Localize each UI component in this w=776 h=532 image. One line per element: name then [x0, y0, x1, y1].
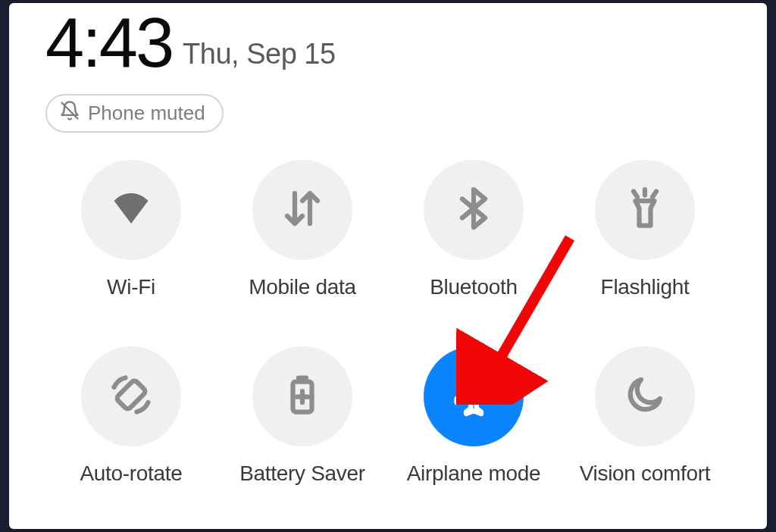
bell-muted-icon [59, 100, 80, 127]
airplane-icon [451, 372, 496, 421]
auto-rotate-icon [108, 372, 154, 421]
tile-label: Battery Saver [239, 462, 365, 486]
auto-rotate-toggle[interactable] [81, 346, 181, 446]
battery-saver-icon [280, 372, 325, 421]
wifi-icon [108, 186, 154, 234]
mute-status-label: Phone muted [88, 102, 205, 125]
wifi-toggle[interactable] [81, 160, 181, 260]
svg-line-3 [652, 192, 656, 198]
tile-label: Airplane mode [407, 462, 541, 486]
vision-comfort-toggle[interactable] [595, 346, 695, 446]
tile-bluetooth: Bluetooth [388, 160, 559, 299]
svg-line-2 [634, 192, 637, 198]
clock-date: Thu, Sep 15 [183, 38, 336, 70]
flashlight-toggle[interactable] [595, 160, 695, 260]
bluetooth-toggle[interactable] [424, 160, 524, 260]
tile-label: Bluetooth [430, 275, 518, 299]
tile-label: Mobile data [249, 275, 355, 299]
quick-settings-panel: 4:43 Thu, Sep 15 Phone muted Wi-Fi [9, 3, 767, 529]
clock-time: 4:43 [45, 8, 172, 77]
tile-flashlight: Flashlight [559, 160, 731, 299]
battery-saver-toggle[interactable] [252, 346, 352, 446]
mobile-data-icon [280, 186, 325, 234]
airplane-mode-toggle[interactable] [424, 346, 524, 446]
quick-settings-tiles: Wi-Fi Mobile data [45, 160, 731, 486]
tile-auto-rotate: Auto-rotate [45, 346, 217, 486]
tile-label: Vision comfort [580, 462, 711, 486]
tile-label: Auto-rotate [80, 462, 182, 486]
tile-battery-saver: Battery Saver [217, 346, 388, 486]
tile-label: Flashlight [601, 275, 690, 299]
tile-airplane-mode: Airplane mode [388, 346, 559, 486]
tile-wifi: Wi-Fi [45, 160, 217, 299]
flashlight-icon [622, 186, 668, 234]
bluetooth-icon [451, 186, 496, 234]
mute-status-pill[interactable]: Phone muted [45, 94, 224, 133]
tile-label: Wi-Fi [107, 275, 155, 299]
mobile-data-toggle[interactable] [252, 160, 352, 260]
moon-icon [622, 372, 668, 421]
svg-rect-4 [116, 380, 147, 411]
tile-vision-comfort: Vision comfort [559, 346, 731, 486]
tile-mobile-data: Mobile data [217, 160, 388, 299]
status-header: 4:43 Thu, Sep 15 [45, 3, 731, 77]
